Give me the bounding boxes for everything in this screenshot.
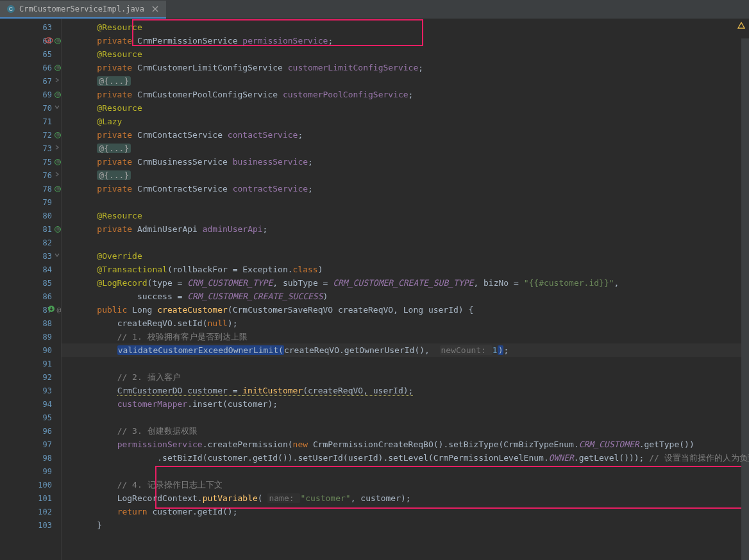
gutter-line: 78	[0, 182, 61, 195]
override-icon	[47, 305, 55, 315]
expand-icon[interactable]	[53, 170, 61, 180]
gutter-line: 69	[0, 88, 61, 101]
code-line[interactable]: success = CRM_CUSTOMER_CREATE_SUCCESS)	[62, 290, 749, 303]
gutter-line: 94	[0, 397, 61, 411]
gutter-line: 75	[0, 155, 61, 169]
gutter-line: 83	[0, 249, 61, 263]
code-line[interactable]: // 3. 创建数据权限	[62, 424, 749, 438]
code-line[interactable]: .setBizId(customer.getId()).setUserId(us…	[62, 451, 749, 465]
code-line[interactable]: public Long createCustomer(CrmCustomerSa…	[62, 303, 749, 317]
svg-point-3	[47, 39, 50, 42]
gutter-line: 100	[0, 478, 61, 491]
gutter-line: 76	[0, 169, 61, 182]
code-line[interactable]: @Resource	[62, 47, 749, 61]
code-line[interactable]	[62, 357, 749, 370]
code-line[interactable]	[62, 195, 749, 209]
bean-icon	[55, 226, 61, 233]
expand-icon[interactable]	[53, 144, 61, 153]
gutter-line: 96	[0, 424, 61, 438]
tab-bar: C CrmCustomerServiceImpl.java	[0, 0, 749, 19]
tab-filename: CrmCustomerServiceImpl.java	[19, 4, 144, 13]
gutter-line: 73	[0, 142, 61, 155]
gutter-line: 82	[0, 236, 61, 249]
gutter-line: 98	[0, 451, 61, 465]
code-line[interactable]: @Resource	[62, 209, 749, 222]
gutter-line: 92	[0, 370, 61, 384]
bean-icon	[55, 92, 61, 98]
collapse-icon[interactable]	[53, 103, 61, 113]
code-line[interactable]: @Resource	[62, 101, 749, 115]
gutter-line: 64	[0, 34, 61, 47]
code-line[interactable]: // 2. 插入客户	[62, 370, 749, 384]
gutter-line: 93	[0, 384, 61, 397]
code-line[interactable]: private CrmContactService contactService…	[62, 128, 749, 142]
bean-icon	[55, 186, 61, 192]
gutter-line: 97	[0, 438, 61, 451]
gutter-line: 91	[0, 357, 61, 370]
bean-icon	[55, 65, 61, 71]
code-line[interactable]: createReqVO.setId(null);	[62, 317, 749, 330]
gutter-line: 70	[0, 101, 61, 115]
code-area[interactable]: @Resource private CrmPermissionService p…	[62, 19, 749, 560]
gutter-line: 89	[0, 330, 61, 343]
code-line[interactable]: @{...}	[62, 169, 749, 182]
code-line[interactable]: @Resource	[62, 21, 749, 34]
bean-icon	[55, 159, 61, 165]
code-line[interactable]: return customer.getId();	[62, 505, 749, 518]
gutter-line: 103	[0, 518, 61, 532]
gutter-line: 65	[0, 47, 61, 61]
code-line[interactable]: validateCustomerExceedOwnerLimit(createR…	[62, 343, 749, 357]
gutter-line: 67	[0, 74, 61, 88]
code-editor[interactable]: 6364656667697071727375767879808182838485…	[0, 19, 749, 560]
code-line[interactable]: @{...}	[62, 142, 749, 155]
code-line[interactable]: CrmCustomerDO customer = initCustomer(cr…	[62, 384, 749, 397]
code-line[interactable]: private CrmCustomerLimitConfigService cu…	[62, 61, 749, 74]
code-line[interactable]: private CrmPermissionService permissionS…	[62, 34, 749, 47]
close-icon[interactable]	[151, 4, 160, 13]
code-line[interactable]: private CrmContractService contractServi…	[62, 182, 749, 195]
code-line[interactable]: private CrmCustomerPoolConfigService cus…	[62, 88, 749, 101]
code-line[interactable]	[62, 236, 749, 249]
code-line[interactable]	[62, 411, 749, 424]
code-line[interactable]: // 1. 校验拥有客户是否到达上限	[62, 330, 749, 343]
watch-icon	[44, 37, 53, 45]
svg-text:C: C	[9, 6, 13, 12]
gutter-line: 88	[0, 317, 61, 330]
gutter-line: 71	[0, 115, 61, 128]
code-line[interactable]	[62, 465, 749, 478]
code-line[interactable]: private AdminUserApi adminUserApi;	[62, 222, 749, 236]
code-line[interactable]: @Transactional(rollbackFor = Exception.c…	[62, 263, 749, 276]
code-line[interactable]: @Lazy	[62, 115, 749, 128]
bean-icon	[55, 38, 61, 44]
code-line[interactable]: @LogRecord(type = CRM_CUSTOMER_TYPE, sub…	[62, 276, 749, 290]
gutter-line: 72	[0, 128, 61, 142]
gutter-line: 85	[0, 276, 61, 290]
gutter-line: 84	[0, 263, 61, 276]
code-line[interactable]: customerMapper.insert(customer);	[62, 397, 749, 411]
gutter: 6364656667697071727375767879808182838485…	[0, 19, 62, 560]
gutter-line: 102	[0, 505, 61, 518]
gutter-line: 79	[0, 195, 61, 209]
code-line[interactable]: @{...}	[62, 74, 749, 88]
code-line[interactable]: @Override	[62, 249, 749, 263]
bean-icon	[55, 132, 61, 138]
gutter-line: 101	[0, 491, 61, 505]
gutter-line: 90	[0, 343, 61, 357]
gutter-line: 80	[0, 209, 61, 222]
expand-icon[interactable]	[53, 76, 61, 86]
code-line[interactable]: // 4. 记录操作日志上下文	[62, 478, 749, 491]
code-line[interactable]: permissionService.createPermission(new C…	[62, 438, 749, 451]
gutter-line: 87@	[0, 303, 61, 317]
gutter-line: 99	[0, 465, 61, 478]
gutter-line: 95	[0, 411, 61, 424]
code-line[interactable]: LogRecordContext.putVariable( name: "cus…	[62, 491, 749, 505]
gutter-line: 66	[0, 61, 61, 74]
editor-tab[interactable]: C CrmCustomerServiceImpl.java	[0, 1, 166, 19]
analysis-indicator-icon[interactable]	[737, 22, 745, 29]
at-icon: @	[56, 306, 61, 314]
code-line[interactable]: private CrmBusinessService businessServi…	[62, 155, 749, 169]
scrollbar[interactable]	[741, 38, 749, 560]
gutter-line: 63	[0, 21, 61, 34]
code-line[interactable]: }	[62, 518, 749, 532]
collapse-icon[interactable]	[53, 251, 61, 261]
